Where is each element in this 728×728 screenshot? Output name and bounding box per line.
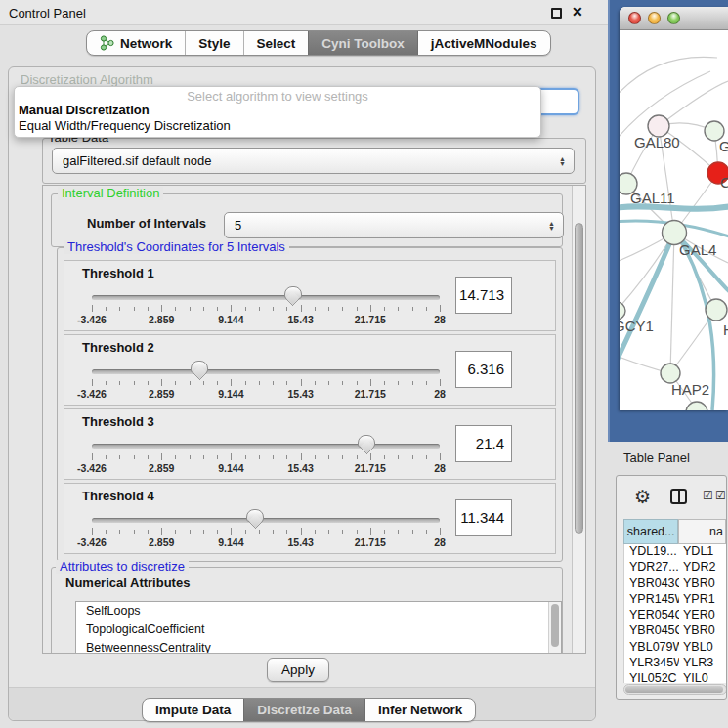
threshold-value-field[interactable]: 6.316 (455, 351, 512, 388)
cell-shared-name[interactable]: YDR27... (624, 560, 679, 576)
tick-mark (190, 381, 191, 385)
tick-mark (328, 307, 329, 311)
slider-tick-labels: -3.4262.8599.14415.4321.71528 (92, 462, 440, 475)
tick-label: 2.859 (149, 388, 174, 400)
tab-network[interactable]: Network (87, 31, 185, 55)
column-header-name[interactable]: na (678, 519, 726, 544)
cell-shared-name[interactable]: YBR045C (624, 623, 679, 639)
table-row[interactable]: YLR345WYLR3 (624, 656, 726, 671)
tick-mark (245, 530, 246, 534)
checkbox-icon[interactable]: ☑ (703, 489, 713, 502)
cell-shared-name[interactable]: YDL19... (624, 544, 679, 560)
list-scrollbar-thumb[interactable] (551, 604, 559, 647)
table-row[interactable]: YDL19...YDL1 (624, 544, 726, 560)
tick-label: 2.859 (149, 536, 174, 548)
cell-shared-name[interactable]: YIL052C (624, 671, 679, 683)
table-row[interactable]: YER054CYER0 (624, 608, 726, 623)
tick-mark (134, 307, 135, 311)
tick-mark (134, 530, 135, 534)
table-row[interactable]: YIL052CYIL0 (624, 671, 726, 683)
cell-name[interactable]: YIL0 (679, 671, 726, 683)
table-hscrollbar[interactable] (623, 684, 727, 695)
cell-shared-name[interactable]: YBL079W (624, 640, 679, 656)
cell-shared-name[interactable]: YLR345W (624, 656, 679, 671)
slider-track[interactable] (92, 295, 440, 300)
cell-name[interactable]: YPR1 (679, 592, 726, 608)
threshold-slider[interactable]: -3.4262.8599.14415.4321.71528 (92, 286, 440, 329)
tick-label: -3.426 (77, 462, 107, 474)
apply-button[interactable]: Apply (267, 658, 329, 682)
cell-shared-name[interactable]: YPR145W (624, 592, 679, 608)
slider-tick-labels: -3.4262.8599.14415.4321.71528 (92, 536, 440, 549)
cell-name[interactable]: YBR0 (679, 623, 726, 639)
cell-name[interactable]: YBL0 (679, 640, 726, 656)
cell-shared-name[interactable]: YER054C (624, 608, 679, 623)
tab-jactivemnodules[interactable]: jActiveMNodules (417, 31, 550, 55)
numerical-attributes-list[interactable]: SelfLoopsTopologicalCoefficientBetweenne… (75, 601, 562, 654)
number-of-intervals-combobox[interactable]: 5 ▲▼ (224, 212, 564, 238)
slider-thumb[interactable] (246, 509, 264, 522)
tick-mark (426, 455, 427, 459)
tab-select[interactable]: Select (243, 31, 309, 55)
tab-infer-network[interactable]: Infer Network (364, 699, 475, 721)
threshold-slider[interactable]: -3.4262.8599.14415.4321.71528 (92, 435, 440, 478)
attribute-list-item[interactable]: SelfLoops (76, 602, 561, 621)
settings-scrollbar[interactable] (572, 186, 585, 653)
threshold-value-field[interactable]: 11.344 (455, 499, 512, 536)
table-hscrollbar-thumb[interactable] (625, 686, 723, 693)
close-icon[interactable]: ✕ (572, 4, 583, 20)
tab-discretize-data[interactable]: Discretize Data (243, 699, 364, 721)
network-canvas[interactable]: GAL80 GA C GAL11 GAL4 GCY1 H HAP2 (620, 30, 728, 410)
tab-style[interactable]: Style (185, 31, 242, 55)
slider-track[interactable] (92, 444, 440, 449)
threshold-slider[interactable]: -3.4262.8599.14415.4321.71528 (92, 509, 440, 552)
attribute-list-item[interactable]: TopologicalCoefficient (76, 621, 561, 639)
slider-thumb[interactable] (191, 361, 208, 373)
table-data-combobox[interactable]: galFiltered.sif default node ▲▼ (52, 148, 575, 174)
tick-mark (161, 379, 162, 386)
cell-name[interactable]: YDL1 (679, 544, 726, 560)
cell-name[interactable]: YLR3 (679, 656, 726, 671)
tick-mark (231, 305, 232, 312)
zoom-traffic-light-icon[interactable] (667, 12, 680, 24)
tick-label: -3.426 (77, 536, 107, 548)
checkbox-icon[interactable]: ☑ (715, 489, 726, 502)
tick-mark (412, 307, 413, 311)
threshold-value-field[interactable]: 21.4 (455, 425, 512, 462)
thresholds-group-title: Threshold's Coordinates for 5 Intervals (64, 240, 289, 254)
tab-impute-data[interactable]: Impute Data (143, 699, 243, 721)
threshold-slider[interactable]: -3.4262.8599.14415.4321.71528 (92, 361, 440, 404)
settings-scrollbar-thumb[interactable] (575, 223, 583, 534)
threshold-value-field[interactable]: 14.713 (455, 277, 512, 314)
tab-cyni-toolbox[interactable]: Cyni Toolbox (308, 31, 417, 55)
cell-shared-name[interactable]: YBR043C (624, 577, 679, 592)
minimize-traffic-light-icon[interactable] (648, 12, 661, 24)
table-row[interactable]: YBL079WYBL0 (624, 640, 726, 656)
tick-mark (134, 455, 135, 459)
cell-name[interactable]: YER0 (679, 608, 726, 623)
tick-mark (203, 530, 204, 534)
attribute-list-item[interactable]: BetweennessCentrality (76, 639, 561, 654)
algorithm-option-equal-width[interactable]: Equal Width/Frequency Discretization (15, 118, 540, 134)
tick-mark (328, 530, 329, 534)
column-header-shared-name[interactable]: shared... (623, 519, 678, 544)
cell-name[interactable]: YBR0 (679, 577, 726, 592)
table-row[interactable]: YBR043CYBR0 (624, 577, 726, 592)
slider-track[interactable] (92, 518, 440, 523)
close-traffic-light-icon[interactable] (628, 12, 641, 24)
node-table: shared... na YDL19...YDL1YDR27...YDR2YBR… (623, 519, 726, 699)
list-scrollbar[interactable] (548, 602, 561, 654)
algorithm-option-manual[interactable]: Manual Discretization (15, 103, 540, 118)
slider-track[interactable] (92, 369, 440, 374)
float-window-icon[interactable] (551, 8, 562, 19)
table-row[interactable]: YDR27...YDR2 (624, 560, 726, 576)
slider-thumb[interactable] (358, 435, 375, 448)
table-rows[interactable]: YDL19...YDL1YDR27...YDR2YBR043CYBR0YPR14… (623, 544, 726, 683)
split-columns-icon[interactable] (670, 489, 687, 504)
network-window: GAL80 GA C GAL11 GAL4 GCY1 H HAP2 (620, 7, 728, 410)
cell-name[interactable]: YDR2 (679, 560, 726, 576)
gear-icon[interactable]: ⚙ (634, 486, 651, 508)
table-row[interactable]: YPR145WYPR1 (624, 592, 726, 608)
slider-thumb[interactable] (284, 286, 302, 299)
table-row[interactable]: YBR045CYBR0 (624, 623, 726, 639)
